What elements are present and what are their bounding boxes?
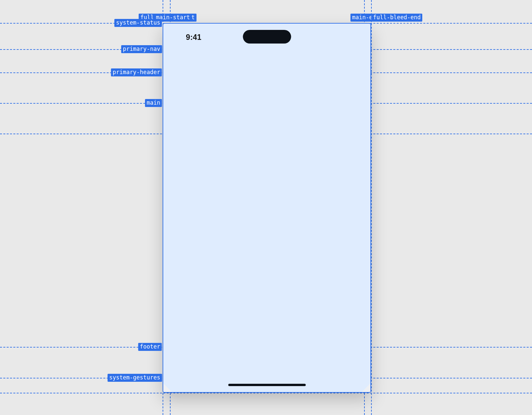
canvas: 9:41 full-bleed-start main-start main-en…	[0, 0, 532, 415]
label-primary-header: primary-header	[111, 68, 162, 76]
home-indicator	[228, 384, 306, 386]
dynamic-island	[243, 30, 291, 44]
corner-cut-bl	[163, 383, 173, 393]
label-main: main	[145, 99, 162, 107]
guide-h-bottom	[0, 393, 532, 393]
corner-cut-br	[361, 383, 371, 393]
guide-v-full-bleed-end	[371, 0, 372, 415]
device-frame: 9:41	[163, 23, 371, 393]
status-bar-time: 9:41	[186, 33, 201, 42]
label-footer: footer	[138, 343, 162, 351]
label-primary-nav: primary-nav	[121, 45, 162, 53]
label-system-gestures: system-gestures	[107, 374, 162, 382]
label-system-status: system-status	[114, 19, 162, 27]
label-full-bleed-end: full-bleed-end	[371, 14, 422, 22]
